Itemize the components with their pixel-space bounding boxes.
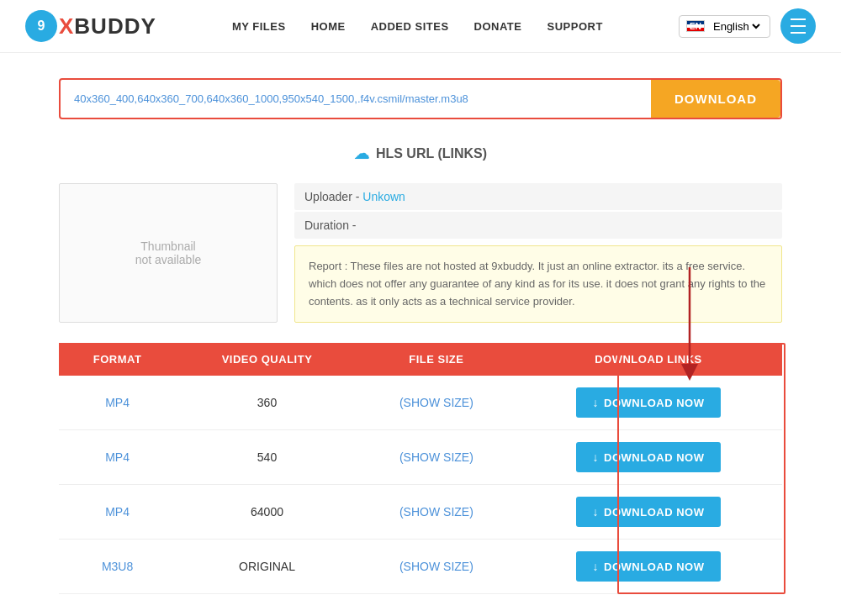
- logo-buddy: BUDDY: [74, 13, 156, 39]
- header: 9 XBUDDY MY FILES HOME ADDED SITES DONAT…: [0, 0, 841, 53]
- hamburger-line-1: [791, 18, 806, 20]
- quality-540: 540: [176, 430, 358, 485]
- download-cell-2: ↓ DOWNLOAD NOW: [515, 430, 782, 485]
- main-content: DOWNLOAD ☁ HLS URL (LINKS) Thumbnail not…: [42, 78, 799, 594]
- language-select[interactable]: English: [710, 19, 763, 34]
- download-now-button-1[interactable]: ↓ DOWNLOAD NOW: [576, 387, 722, 418]
- format-m3u8: M3U8: [59, 540, 176, 594]
- size-1[interactable]: (SHOW SIZE): [358, 376, 515, 430]
- download-cell-4: ↓ DOWNLOAD NOW: [515, 540, 782, 594]
- hls-title: ☁ HLS URL (LINKS): [59, 145, 782, 163]
- col-format: FORMAT: [59, 343, 176, 376]
- download-cell-3: ↓ DOWNLOAD NOW: [515, 485, 782, 540]
- download-now-button-2[interactable]: ↓ DOWNLOAD NOW: [576, 442, 722, 472]
- info-section: Thumbnail not available Uploader - Unkow…: [59, 183, 782, 323]
- hls-title-text: HLS URL (LINKS): [376, 146, 487, 161]
- quality-64000: 64000: [176, 485, 358, 540]
- nav-right: EN English: [679, 8, 816, 44]
- hls-cloud-icon: ☁: [354, 145, 369, 163]
- size-2[interactable]: (SHOW SIZE): [358, 430, 515, 485]
- download-now-label-2: DOWNLOAD NOW: [604, 451, 704, 464]
- hamburger-line-3: [791, 32, 806, 34]
- download-now-label-3: DOWNLOAD NOW: [604, 506, 704, 519]
- hamburger-button[interactable]: [780, 8, 816, 44]
- duration-label: Duration -: [304, 218, 356, 232]
- report-box: Report : These files are not hosted at 9…: [294, 245, 782, 323]
- logo-x: X: [59, 13, 74, 39]
- downloads-section: FORMAT VIDEO QUALITY FILE SIZE DOWNLOAD …: [59, 343, 782, 594]
- uploader-row: Uploader - Unkown: [294, 183, 782, 210]
- hls-section: ☁ HLS URL (LINKS): [59, 145, 782, 163]
- download-now-label-4: DOWNLOAD NOW: [604, 561, 704, 573]
- quality-original: ORIGINAL: [176, 540, 358, 594]
- logo-text: XBUDDY: [59, 13, 156, 39]
- duration-row: Duration -: [294, 212, 782, 239]
- download-now-button-3[interactable]: ↓ DOWNLOAD NOW: [576, 497, 722, 527]
- download-cell-1: ↓ DOWNLOAD NOW: [515, 376, 782, 430]
- table-header: FORMAT VIDEO QUALITY FILE SIZE DOWNLOAD …: [59, 343, 782, 376]
- table-row: MP4 360 (SHOW SIZE) ↓ DOWNLOAD NOW: [59, 376, 782, 430]
- nav-added-sites[interactable]: ADDED SITES: [371, 20, 449, 33]
- download-arrow-icon-3: ↓: [593, 505, 600, 519]
- logo-number: 9: [38, 18, 45, 34]
- downloads-table: FORMAT VIDEO QUALITY FILE SIZE DOWNLOAD …: [59, 343, 782, 594]
- uploader-label: Uploader -: [304, 190, 362, 203]
- nav-home[interactable]: HOME: [311, 20, 346, 33]
- format-mp4-1: MP4: [59, 376, 176, 430]
- nav-donate[interactable]: DONATE: [474, 20, 522, 33]
- download-arrow-icon-2: ↓: [593, 450, 600, 464]
- col-quality: VIDEO QUALITY: [176, 343, 358, 376]
- table-row: MP4 540 (SHOW SIZE) ↓ DOWNLOAD NOW: [59, 430, 782, 485]
- col-size: FILE SIZE: [358, 343, 515, 376]
- nav-my-files[interactable]: MY FILES: [232, 20, 286, 33]
- url-input[interactable]: [61, 81, 651, 117]
- size-3[interactable]: (SHOW SIZE): [358, 485, 515, 540]
- table-row: M3U8 ORIGINAL (SHOW SIZE) ↓ DOWNLOAD NOW: [59, 540, 782, 594]
- thumbnail-box: Thumbnail not available: [59, 183, 278, 323]
- download-now-label-1: DOWNLOAD NOW: [604, 397, 704, 409]
- meta-box: Uploader - Unkown Duration - Report : Th…: [294, 183, 782, 323]
- download-now-button-4[interactable]: ↓ DOWNLOAD NOW: [576, 551, 722, 582]
- url-input-area: DOWNLOAD: [59, 78, 782, 119]
- size-4[interactable]: (SHOW SIZE): [358, 540, 515, 594]
- nav-support[interactable]: SUPPORT: [547, 20, 603, 33]
- format-mp4-2: MP4: [59, 430, 176, 485]
- download-button[interactable]: DOWNLOAD: [651, 80, 780, 118]
- nav-links: MY FILES HOME ADDED SITES DONATE SUPPORT: [232, 20, 603, 33]
- table-body: MP4 360 (SHOW SIZE) ↓ DOWNLOAD NOW MP4 5…: [59, 376, 782, 594]
- logo-circle: 9: [25, 10, 57, 42]
- format-mp4-3: MP4: [59, 485, 176, 540]
- uploader-value[interactable]: Unkown: [362, 190, 405, 203]
- quality-360: 360: [176, 376, 358, 430]
- col-download: DOWNLOAD LINKS: [515, 343, 782, 376]
- thumbnail-unavailable-text: Thumbnail not available: [135, 240, 202, 266]
- download-arrow-icon-4: ↓: [593, 560, 600, 573]
- table-row: MP4 64000 (SHOW SIZE) ↓ DOWNLOAD NOW: [59, 485, 782, 540]
- download-arrow-icon-1: ↓: [593, 396, 600, 409]
- report-text: Report : These files are not hosted at 9…: [309, 260, 765, 308]
- logo: 9 XBUDDY: [25, 10, 156, 42]
- language-flag-icon: EN: [686, 20, 705, 32]
- language-selector-wrapper: EN English: [679, 15, 770, 38]
- hamburger-line-2: [791, 25, 806, 27]
